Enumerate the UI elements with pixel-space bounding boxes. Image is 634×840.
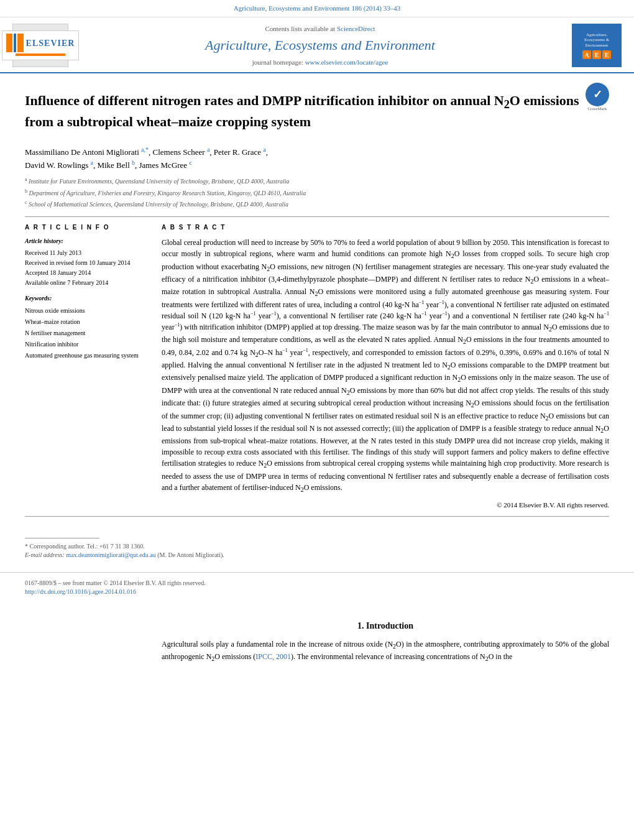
elsevier-bar	[16, 53, 65, 56]
elsevier-label: ELSEVIER	[26, 37, 75, 50]
journal-center: Contents lists available at ScienceDirec…	[68, 24, 572, 68]
footnote-rule	[25, 538, 99, 538]
intro-paragraph: Agricultural soils play a fundamental ro…	[162, 639, 609, 664]
introduction-section: 1. Introduction Agricultural soils play …	[0, 609, 634, 663]
contents-line: Contents lists available at ScienceDirec…	[68, 24, 572, 34]
article-info-heading: A R T I C L E I N F O	[25, 223, 149, 232]
journal-reference: Agriculture, Ecosystems and Environment …	[68, 4, 566, 13]
article-history-heading: Article history:	[25, 237, 149, 246]
article-title: Influence of different nitrogen rates an…	[25, 92, 579, 131]
crossmark-icon: ✓	[588, 85, 607, 104]
logo-icon-3: E	[602, 50, 611, 59]
affiliation-2: b Department of Agriculture, Fisheries a…	[25, 188, 609, 198]
article-info-column: A R T I C L E I N F O Article history: R…	[25, 223, 149, 510]
journal-header: ELSEVIER Contents lists available at Sci…	[0, 17, 634, 73]
accepted-date: Accepted 18 January 2014	[25, 269, 91, 276]
doi-text: http://dx.doi.org/10.1016/j.agee.2014.01…	[25, 588, 206, 596]
main-content: Influence of different nitrogen rates an…	[0, 73, 634, 535]
footnote-email: E-mail address: max.deantonimigliorati@q…	[25, 551, 609, 560]
page: Agriculture, Ecosystems and Environment …	[0, 0, 634, 840]
right-logo-title: Agriculture,Ecosystems &Environment	[584, 32, 609, 48]
journal-title: Agriculture, Ecosystems and Environment	[68, 36, 572, 55]
two-col-section: A R T I C L E I N F O Article history: R…	[25, 223, 609, 510]
crossmark-badge: ✓ CrossMark	[586, 83, 609, 108]
ipcc-link[interactable]: IPCC, 2001	[255, 652, 291, 661]
intro-left-spacer	[25, 609, 149, 663]
footnote-corresponding: * Corresponding author. Tel.: +61 7 31 3…	[25, 542, 609, 551]
svg-text:✓: ✓	[593, 88, 602, 101]
copyright: © 2014 Elsevier B.V. All rights reserved…	[162, 501, 609, 510]
article-dates: Received 11 July 2013 Received in revise…	[25, 248, 149, 288]
svg-rect-0	[6, 34, 12, 52]
doi-link[interactable]: http://dx.doi.org/10.1016/j.agee.2014.01…	[25, 588, 136, 595]
top-header: Agriculture, Ecosystems and Environment …	[0, 0, 634, 17]
contents-label: Contents lists available at	[265, 25, 336, 32]
section-number: 1.	[357, 621, 364, 630]
svg-rect-2	[17, 34, 24, 52]
affiliations: a Institute for Future Environments, Que…	[25, 176, 609, 209]
email-link[interactable]: max.deantonimigliorati@qut.edu.au	[66, 552, 155, 558]
right-logo: Agriculture,Ecosystems &Environment A E …	[572, 24, 622, 67]
abstract-heading: A B S T R A C T	[162, 223, 609, 232]
section-label: Introduction	[366, 621, 413, 630]
section-1-heading: 1. Introduction	[162, 620, 609, 632]
issn-text: 0167-8809/$ – see front matter © 2014 El…	[25, 579, 206, 588]
homepage-label: journal homepage:	[252, 58, 305, 66]
affiliation-3: c School of Mathematical Sciences, Queen…	[25, 199, 609, 209]
homepage-link[interactable]: www.elsevier.com/locate/agee	[305, 58, 388, 66]
revised-date: Received in revised form 10 January 2014	[25, 259, 130, 266]
authors: Massimiliano De Antoni Migliorati a,*, C…	[25, 145, 609, 171]
svg-text:E: E	[605, 52, 609, 58]
intro-text-col: 1. Introduction Agricultural soils play …	[162, 609, 609, 663]
sciencedirect-link[interactable]: ScienceDirect	[337, 25, 375, 32]
elsevier-logo: ELSEVIER	[12, 24, 68, 67]
svg-text:A: A	[584, 52, 589, 58]
keywords-heading: Keywords:	[25, 294, 149, 303]
received-date: Received 11 July 2013	[25, 249, 81, 256]
svg-rect-1	[14, 34, 16, 52]
journal-homepage: journal homepage: www.elsevier.com/locat…	[68, 58, 572, 67]
keywords-list: Nitrous oxide emissions Wheat–maize rota…	[25, 305, 149, 361]
affiliation-1: a Institute for Future Environments, Que…	[25, 176, 609, 186]
available-date: Available online 7 February 2014	[25, 279, 108, 286]
keywords-section: Keywords: Nitrous oxide emissions Wheat–…	[25, 294, 149, 361]
section-divider-1	[25, 216, 609, 217]
abstract-text: Global cereal production will need to in…	[162, 237, 609, 494]
logo-icon-1: A	[582, 50, 591, 59]
footer-issn: 0167-8809/$ – see front matter © 2014 El…	[25, 579, 206, 596]
svg-text:E: E	[595, 52, 599, 58]
logo-icon-2: E	[592, 50, 601, 59]
section-divider-2	[25, 516, 609, 517]
footnote-section: * Corresponding author. Tel.: +61 7 31 3…	[0, 538, 634, 560]
elsevier-graphic	[6, 34, 25, 52]
abstract-column: A B S T R A C T Global cereal production…	[162, 223, 609, 510]
bottom-footer: 0167-8809/$ – see front matter © 2014 El…	[0, 572, 634, 602]
